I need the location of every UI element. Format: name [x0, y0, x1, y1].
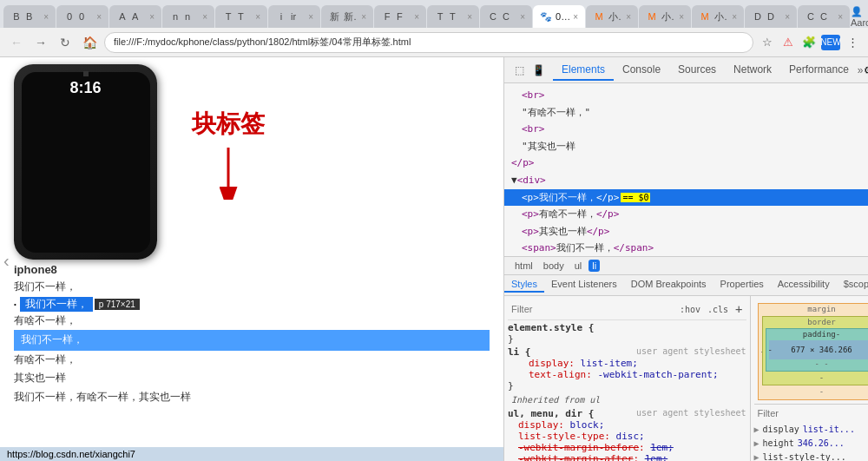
- tab-0[interactable]: 0 0 ×: [56, 5, 108, 28]
- bottom-filter-input[interactable]: [758, 408, 868, 418]
- devtools-toolbar-icons: ⬚ 📱: [511, 63, 546, 78]
- margin-box: margin - - border - - padding-: [758, 303, 868, 400]
- phone-time: 8:16: [69, 79, 101, 97]
- breadcrumb-body[interactable]: body: [540, 260, 568, 271]
- tab-n[interactable]: n n ×: [162, 5, 214, 28]
- tab-mi1[interactable]: M 小米 ×: [586, 5, 638, 28]
- styles-tab[interactable]: Styles: [504, 277, 544, 293]
- bookmark-icon[interactable]: ☆: [759, 34, 776, 51]
- device-icon[interactable]: 📱: [530, 63, 546, 78]
- text-line-3: 有啥不一样，: [14, 312, 490, 331]
- filter-cls-btn[interactable]: .cls: [707, 305, 728, 314]
- scope-tab[interactable]: $scope: [837, 277, 868, 293]
- breadcrumb-li[interactable]: li: [589, 260, 600, 272]
- elements-panel: <br> "有啥不一样，" <br> "其实也一样 </p> ▼<div> <p…: [504, 83, 868, 256]
- padding-label: padding-: [803, 330, 840, 339]
- breadcrumb-html[interactable]: html: [511, 260, 536, 271]
- tab-d[interactable]: D D ×: [745, 5, 797, 28]
- border-label: border: [807, 318, 836, 326]
- tab-sources[interactable]: Sources: [669, 60, 725, 81]
- inspect-icon[interactable]: ⬚: [511, 63, 527, 78]
- main-area: 8:16 块标签: [0, 57, 868, 461]
- phone-image: 8:16: [14, 64, 157, 260]
- highlight-text: 我们不一样，: [20, 297, 93, 312]
- filter-bar: :hov .cls +: [508, 300, 746, 320]
- filter-input[interactable]: [511, 304, 673, 314]
- selected-list-item: 我们不一样，: [14, 330, 490, 351]
- bottom-dash: - -: [769, 359, 868, 368]
- accessibility-tab[interactable]: Accessibility: [771, 277, 837, 293]
- nav-prev-icon[interactable]: ‹: [3, 251, 10, 271]
- devtools-more-tabs[interactable]: »: [858, 64, 864, 76]
- iphone-label: iphone8: [0, 260, 503, 278]
- bullet-dot: •: [14, 300, 16, 308]
- bottom-text: 我们不一样，有啥不一样，其实也一样: [0, 388, 503, 406]
- elem-p-selected[interactable]: <p>我们不一样，</p>== $0: [504, 189, 868, 207]
- tab-mi2[interactable]: M 小米 ×: [639, 5, 691, 28]
- filter-plus-btn[interactable]: +: [735, 302, 742, 316]
- elem-p-close[interactable]: </p>: [504, 155, 868, 172]
- styles-panel: :hov .cls + element.style { } li { user …: [504, 296, 868, 462]
- back-button[interactable]: ←: [7, 33, 26, 52]
- tab-t2[interactable]: T T ×: [427, 5, 479, 28]
- box-model: margin - - border - - padding-: [758, 303, 868, 400]
- properties-tab[interactable]: Properties: [713, 277, 771, 293]
- tab-b[interactable]: B B ×: [3, 5, 56, 28]
- elem-p2[interactable]: <p>有啥不一样，</p>: [504, 206, 868, 223]
- margin-label: margin: [807, 305, 836, 313]
- address-bar: ← → ↻ 🏠 ☆ ⚠ 🧩 NEW ⋮: [0, 28, 868, 57]
- new-tab-icon[interactable]: NEW: [821, 35, 840, 50]
- home-button[interactable]: 🏠: [80, 33, 99, 52]
- prop-row-height: ▶ height 346.26...: [754, 437, 868, 451]
- text-section: 我们不一样， • 我们不一样， p 717×21 有啥不一样， 我们不一样， 有…: [0, 278, 503, 388]
- refresh-button[interactable]: ↻: [56, 33, 75, 52]
- extension-icon[interactable]: 🧩: [800, 34, 818, 51]
- tab-new[interactable]: 新 新标 ×: [321, 5, 373, 28]
- event-listeners-tab[interactable]: Event Listeners: [544, 277, 624, 293]
- tab-console[interactable]: Console: [614, 60, 669, 81]
- settings-icon[interactable]: ⚙: [864, 64, 869, 76]
- tab-mi3[interactable]: M 小米 ×: [692, 5, 744, 28]
- red-arrow-icon: [211, 148, 246, 200]
- elem-br1[interactable]: <br>: [504, 87, 868, 104]
- prop-row-display: ▶ display list-it...: [754, 423, 868, 437]
- tab-network[interactable]: Network: [725, 60, 780, 81]
- address-input[interactable]: [104, 32, 753, 53]
- elem-text1[interactable]: "有啥不一样，": [504, 104, 868, 122]
- forward-button[interactable]: →: [31, 33, 50, 52]
- tab-t[interactable]: T T ×: [215, 5, 267, 28]
- border-box: border - - padding- - - 677 × 346.266: [762, 316, 868, 385]
- list-text-3: 其实也一样: [14, 369, 490, 388]
- style-rule-li: li { user agent stylesheet display: list…: [508, 346, 746, 392]
- tab-bar: B B × 0 0 × A A × n n × T T × i ir ×: [0, 0, 868, 28]
- tab-performance[interactable]: Performance: [780, 60, 858, 81]
- elem-span1[interactable]: <span>我们不一样，</span>: [504, 240, 868, 255]
- border-bottom-dash: -: [766, 373, 868, 382]
- elem-text2[interactable]: "其实也一样: [504, 138, 868, 155]
- bottom-filter-bar: Show all: [754, 404, 868, 423]
- devtools-tabs: ⬚ 📱 Elements Console Sources Network Per…: [504, 57, 868, 83]
- tab-a[interactable]: A A ×: [109, 5, 161, 28]
- elem-p3[interactable]: <p>其实也一样</p>: [504, 223, 868, 240]
- style-rule-element: element.style { }: [508, 322, 746, 345]
- dom-breakpoints-tab[interactable]: DOM Breakpoints: [624, 277, 713, 293]
- elem-br2[interactable]: <br>: [504, 121, 868, 138]
- filter-hov-btn[interactable]: :hov: [680, 305, 700, 314]
- elem-div-open[interactable]: ▼<div>: [504, 172, 868, 189]
- content-box: 677 × 346.266: [769, 340, 868, 359]
- footer-url: https://blog.csdn.net/xiangchi7: [0, 447, 503, 461]
- tab-c2[interactable]: C C ×: [798, 5, 850, 28]
- padding-box: padding- - - 677 × 346.266 - -: [766, 328, 868, 372]
- tab-c[interactable]: C C ×: [480, 5, 532, 28]
- tab-f[interactable]: F F ×: [374, 5, 426, 28]
- tab-ir[interactable]: i ir ×: [268, 5, 320, 28]
- menu-icon[interactable]: ⋮: [844, 34, 861, 51]
- tab-elements[interactable]: Elements: [553, 60, 614, 81]
- box-model-panel: margin - - border - - padding-: [750, 296, 868, 462]
- margin-bottom-dash: -: [762, 387, 868, 396]
- tab-active[interactable]: 🐾 04常用单标签.html ×: [533, 5, 585, 28]
- breadcrumb-ul[interactable]: ul: [571, 260, 586, 271]
- text-line-1: 我们不一样，: [14, 278, 490, 297]
- block-tag-label: 块标签: [192, 108, 265, 141]
- shield-icon[interactable]: ⚠: [779, 34, 797, 51]
